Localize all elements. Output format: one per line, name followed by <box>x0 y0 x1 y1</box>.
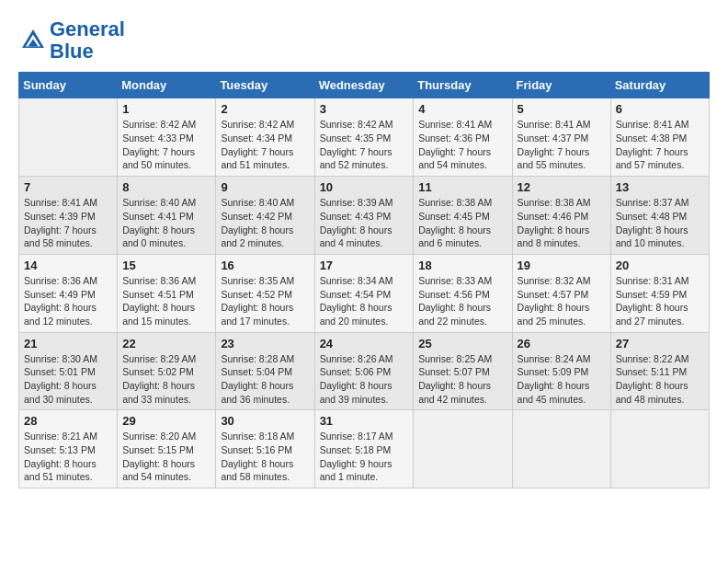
cell-details: Sunrise: 8:41 AMSunset: 4:38 PMDaylight:… <box>616 118 704 172</box>
cell-details: Sunrise: 8:38 AMSunset: 4:46 PMDaylight:… <box>518 196 606 250</box>
cell-details: Sunrise: 8:34 AMSunset: 4:54 PMDaylight:… <box>320 274 409 328</box>
calendar-cell: 29 Sunrise: 8:20 AMSunset: 5:15 PMDaylig… <box>118 410 216 488</box>
calendar-cell: 19 Sunrise: 8:32 AMSunset: 4:57 PMDaylig… <box>512 254 610 332</box>
calendar-week-row: 1 Sunrise: 8:42 AMSunset: 4:33 PMDayligh… <box>19 98 710 177</box>
calendar-cell: 14 Sunrise: 8:36 AMSunset: 4:49 PMDaylig… <box>19 254 118 332</box>
cell-details: Sunrise: 8:41 AMSunset: 4:36 PMDaylight:… <box>418 118 506 172</box>
day-number: 2 <box>221 102 309 116</box>
day-number: 22 <box>122 337 210 350</box>
day-number: 17 <box>320 259 409 272</box>
cell-details: Sunrise: 8:30 AMSunset: 5:01 PMDaylight:… <box>24 352 112 407</box>
day-number: 10 <box>320 180 409 194</box>
calendar-cell: 8 Sunrise: 8:40 AMSunset: 4:41 PMDayligh… <box>118 177 216 255</box>
day-number: 3 <box>320 102 409 116</box>
day-number: 8 <box>122 180 210 194</box>
calendar-cell: 3 Sunrise: 8:42 AMSunset: 4:35 PMDayligh… <box>314 98 414 177</box>
logo-icon <box>18 26 48 55</box>
calendar-week-row: 7 Sunrise: 8:41 AMSunset: 4:39 PMDayligh… <box>19 177 710 255</box>
cell-details: Sunrise: 8:32 AMSunset: 4:57 PMDaylight:… <box>518 274 606 328</box>
day-number: 26 <box>518 337 606 350</box>
calendar-cell: 15 Sunrise: 8:36 AMSunset: 4:51 PMDaylig… <box>118 254 216 332</box>
calendar-cell: 30 Sunrise: 8:18 AMSunset: 5:16 PMDaylig… <box>216 410 314 488</box>
day-number: 19 <box>518 259 606 272</box>
calendar-header-row: SundayMondayTuesdayWednesdayThursdayFrid… <box>19 73 710 98</box>
calendar-cell: 26 Sunrise: 8:24 AMSunset: 5:09 PMDaylig… <box>512 332 610 410</box>
calendar-cell: 9 Sunrise: 8:40 AMSunset: 4:42 PMDayligh… <box>216 177 314 255</box>
calendar-cell: 12 Sunrise: 8:38 AMSunset: 4:46 PMDaylig… <box>512 177 610 255</box>
calendar-cell: 18 Sunrise: 8:33 AMSunset: 4:56 PMDaylig… <box>414 254 512 332</box>
day-number: 9 <box>221 180 309 194</box>
calendar-cell <box>414 410 512 488</box>
calendar-cell: 28 Sunrise: 8:21 AMSunset: 5:13 PMDaylig… <box>19 410 118 488</box>
cell-details: Sunrise: 8:20 AMSunset: 5:15 PMDaylight:… <box>122 430 210 484</box>
logo-text: General Blue <box>50 18 125 63</box>
column-header-sunday: Sunday <box>19 73 118 98</box>
cell-details: Sunrise: 8:31 AMSunset: 4:59 PMDaylight:… <box>616 274 704 328</box>
cell-details: Sunrise: 8:42 AMSunset: 4:35 PMDaylight:… <box>320 118 409 172</box>
page-header: General Blue <box>18 18 710 63</box>
cell-details: Sunrise: 8:36 AMSunset: 4:49 PMDaylight:… <box>24 274 112 328</box>
calendar-week-row: 14 Sunrise: 8:36 AMSunset: 4:49 PMDaylig… <box>19 254 710 332</box>
day-number: 16 <box>221 259 309 272</box>
day-number: 15 <box>122 259 210 272</box>
cell-details: Sunrise: 8:41 AMSunset: 4:37 PMDaylight:… <box>518 118 606 172</box>
cell-details: Sunrise: 8:28 AMSunset: 5:04 PMDaylight:… <box>221 352 309 407</box>
cell-details: Sunrise: 8:36 AMSunset: 4:51 PMDaylight:… <box>122 274 210 328</box>
cell-details: Sunrise: 8:29 AMSunset: 5:02 PMDaylight:… <box>122 352 210 407</box>
cell-details: Sunrise: 8:33 AMSunset: 4:56 PMDaylight:… <box>418 274 506 328</box>
day-number: 20 <box>616 259 704 272</box>
day-number: 27 <box>616 337 704 350</box>
cell-details: Sunrise: 8:38 AMSunset: 4:45 PMDaylight:… <box>418 196 506 250</box>
calendar-week-row: 21 Sunrise: 8:30 AMSunset: 5:01 PMDaylig… <box>19 332 710 410</box>
calendar-table: SundayMondayTuesdayWednesdayThursdayFrid… <box>18 72 710 488</box>
day-number: 25 <box>418 337 506 350</box>
calendar-cell <box>610 410 709 488</box>
cell-details: Sunrise: 8:41 AMSunset: 4:39 PMDaylight:… <box>24 196 112 250</box>
calendar-cell <box>512 410 610 488</box>
day-number: 30 <box>221 414 309 428</box>
day-number: 18 <box>418 259 506 272</box>
logo: General Blue <box>18 18 125 63</box>
day-number: 1 <box>122 102 210 116</box>
day-number: 5 <box>518 102 606 116</box>
cell-details: Sunrise: 8:18 AMSunset: 5:16 PMDaylight:… <box>221 430 309 484</box>
cell-details: Sunrise: 8:35 AMSunset: 4:52 PMDaylight:… <box>221 274 309 328</box>
day-number: 29 <box>122 414 210 428</box>
cell-details: Sunrise: 8:40 AMSunset: 4:42 PMDaylight:… <box>221 196 309 250</box>
cell-details: Sunrise: 8:21 AMSunset: 5:13 PMDaylight:… <box>24 430 112 484</box>
day-number: 11 <box>418 180 506 194</box>
column-header-friday: Friday <box>512 73 610 98</box>
calendar-cell: 21 Sunrise: 8:30 AMSunset: 5:01 PMDaylig… <box>19 332 118 410</box>
cell-details: Sunrise: 8:40 AMSunset: 4:41 PMDaylight:… <box>122 196 210 250</box>
calendar-cell: 13 Sunrise: 8:37 AMSunset: 4:48 PMDaylig… <box>610 177 709 255</box>
day-number: 31 <box>320 414 409 428</box>
calendar-cell: 27 Sunrise: 8:22 AMSunset: 5:11 PMDaylig… <box>610 332 709 410</box>
calendar-cell: 10 Sunrise: 8:39 AMSunset: 4:43 PMDaylig… <box>314 177 414 255</box>
calendar-cell: 31 Sunrise: 8:17 AMSunset: 5:18 PMDaylig… <box>314 410 414 488</box>
calendar-cell: 5 Sunrise: 8:41 AMSunset: 4:37 PMDayligh… <box>512 98 610 177</box>
calendar-cell: 24 Sunrise: 8:26 AMSunset: 5:06 PMDaylig… <box>314 332 414 410</box>
cell-details: Sunrise: 8:22 AMSunset: 5:11 PMDaylight:… <box>616 352 704 407</box>
day-number: 13 <box>616 180 704 194</box>
calendar-cell: 6 Sunrise: 8:41 AMSunset: 4:38 PMDayligh… <box>610 98 709 177</box>
cell-details: Sunrise: 8:24 AMSunset: 5:09 PMDaylight:… <box>518 352 606 407</box>
calendar-cell <box>19 98 118 177</box>
calendar-cell: 17 Sunrise: 8:34 AMSunset: 4:54 PMDaylig… <box>314 254 414 332</box>
day-number: 6 <box>616 102 704 116</box>
calendar-week-row: 28 Sunrise: 8:21 AMSunset: 5:13 PMDaylig… <box>19 410 710 488</box>
cell-details: Sunrise: 8:39 AMSunset: 4:43 PMDaylight:… <box>320 196 409 250</box>
column-header-thursday: Thursday <box>414 73 512 98</box>
day-number: 4 <box>418 102 506 116</box>
calendar-cell: 7 Sunrise: 8:41 AMSunset: 4:39 PMDayligh… <box>19 177 118 255</box>
day-number: 21 <box>24 337 112 350</box>
cell-details: Sunrise: 8:37 AMSunset: 4:48 PMDaylight:… <box>616 196 704 250</box>
column-header-wednesday: Wednesday <box>314 73 414 98</box>
day-number: 14 <box>24 259 112 272</box>
cell-details: Sunrise: 8:17 AMSunset: 5:18 PMDaylight:… <box>320 430 409 484</box>
calendar-cell: 25 Sunrise: 8:25 AMSunset: 5:07 PMDaylig… <box>414 332 512 410</box>
calendar-cell: 23 Sunrise: 8:28 AMSunset: 5:04 PMDaylig… <box>216 332 314 410</box>
column-header-monday: Monday <box>118 73 216 98</box>
calendar-cell: 16 Sunrise: 8:35 AMSunset: 4:52 PMDaylig… <box>216 254 314 332</box>
calendar-cell: 11 Sunrise: 8:38 AMSunset: 4:45 PMDaylig… <box>414 177 512 255</box>
cell-details: Sunrise: 8:42 AMSunset: 4:33 PMDaylight:… <box>122 118 210 172</box>
